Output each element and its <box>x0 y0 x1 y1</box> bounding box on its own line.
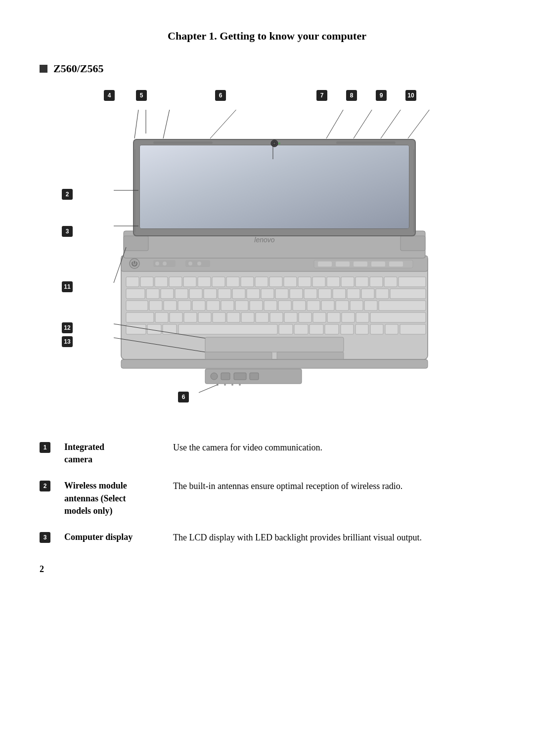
svg-rect-74 <box>170 312 182 322</box>
desc-text-2: The built-in antennas ensure optimal rec… <box>173 480 494 493</box>
svg-rect-17 <box>155 277 168 287</box>
desc-text-3: The LCD display with LED backlight provi… <box>173 531 494 544</box>
svg-rect-28 <box>312 277 325 287</box>
svg-rect-78 <box>227 312 240 322</box>
badge-3: 3 <box>62 226 73 237</box>
svg-rect-63 <box>264 301 277 311</box>
svg-rect-67 <box>321 301 334 311</box>
svg-rect-29 <box>327 277 340 287</box>
badge-label-2: 2 <box>40 481 50 491</box>
svg-rect-104 <box>277 352 344 359</box>
svg-rect-46 <box>290 289 303 299</box>
svg-rect-112 <box>140 145 409 228</box>
svg-rect-101 <box>400 324 426 334</box>
svg-rect-93 <box>279 324 293 334</box>
svg-line-144 <box>199 385 218 393</box>
svg-rect-32 <box>370 277 383 287</box>
svg-rect-119 <box>153 141 213 144</box>
svg-rect-137 <box>221 373 230 380</box>
svg-rect-71 <box>379 301 426 311</box>
svg-rect-20 <box>198 277 211 287</box>
badge-7: 7 <box>316 90 327 101</box>
svg-rect-139 <box>250 373 259 380</box>
svg-rect-11 <box>336 262 350 267</box>
badge-2: 2 <box>62 189 73 200</box>
svg-rect-62 <box>250 301 263 311</box>
svg-point-7 <box>188 262 192 266</box>
svg-rect-16 <box>140 277 153 287</box>
svg-rect-24 <box>255 277 268 287</box>
svg-rect-45 <box>275 289 288 299</box>
svg-rect-44 <box>261 289 274 299</box>
chapter-title: Chapter 1. Getting to know your computer <box>40 30 494 43</box>
desc-row-2: 2 Wireless moduleantennas (Selectmodels … <box>40 480 494 517</box>
svg-rect-41 <box>218 289 231 299</box>
descriptions-section: 1 Integratedcamera Use the camera for vi… <box>40 441 494 544</box>
svg-rect-26 <box>284 277 297 287</box>
svg-rect-42 <box>232 289 245 299</box>
desc-badge-col-1: 1 <box>40 441 64 453</box>
svg-rect-70 <box>364 301 377 311</box>
svg-point-115 <box>273 142 275 144</box>
badge-label-1: 1 <box>40 442 50 453</box>
svg-rect-49 <box>333 289 346 299</box>
svg-rect-86 <box>342 312 355 322</box>
svg-rect-12 <box>354 262 367 267</box>
badge-12: 12 <box>62 322 73 333</box>
svg-rect-27 <box>298 277 311 287</box>
model-title: Z560/Z565 <box>40 62 494 75</box>
svg-line-131 <box>326 110 354 138</box>
svg-rect-120 <box>336 141 396 144</box>
svg-point-118 <box>278 142 280 144</box>
svg-rect-56 <box>164 301 177 311</box>
svg-rect-31 <box>356 277 368 287</box>
svg-rect-72 <box>126 312 154 322</box>
svg-rect-138 <box>234 373 246 380</box>
svg-rect-96 <box>325 324 339 334</box>
svg-rect-47 <box>304 289 317 299</box>
svg-rect-50 <box>347 289 360 299</box>
desc-term-1: Integratedcamera <box>64 441 173 466</box>
svg-rect-105 <box>121 359 428 368</box>
svg-rect-60 <box>221 301 234 311</box>
svg-rect-15 <box>126 277 139 287</box>
svg-rect-68 <box>336 301 349 311</box>
desc-row-1: 1 Integratedcamera Use the camera for vi… <box>40 441 494 466</box>
svg-rect-18 <box>169 277 182 287</box>
svg-rect-77 <box>213 312 225 322</box>
desc-term-2: Wireless moduleantennas (Selectmodels on… <box>64 480 173 517</box>
svg-rect-94 <box>294 324 308 334</box>
svg-rect-21 <box>212 277 225 287</box>
badge-13: 13 <box>62 336 73 347</box>
svg-line-132 <box>354 110 384 138</box>
badge-8: 8 <box>346 90 357 101</box>
laptop-diagram: lenovo <box>77 110 482 406</box>
badge-label-3: 3 <box>40 532 50 543</box>
svg-rect-84 <box>313 312 326 322</box>
svg-rect-76 <box>198 312 211 322</box>
svg-rect-108 <box>124 236 148 251</box>
svg-rect-48 <box>318 289 331 299</box>
svg-rect-23 <box>241 277 254 287</box>
svg-rect-85 <box>327 312 340 322</box>
svg-rect-83 <box>299 312 312 322</box>
badge-6-top: 6 <box>215 90 226 101</box>
svg-line-134 <box>408 110 443 138</box>
svg-rect-95 <box>310 324 323 334</box>
badge-9: 9 <box>376 90 387 101</box>
badge-11: 11 <box>62 281 73 292</box>
svg-point-4 <box>155 262 159 266</box>
svg-point-136 <box>211 373 218 380</box>
svg-rect-87 <box>356 312 369 322</box>
svg-rect-82 <box>284 312 297 322</box>
desc-badge-col-3: 3 <box>40 531 64 543</box>
desc-text-1: Use the camera for video communication. <box>173 441 494 454</box>
svg-rect-34 <box>399 277 426 287</box>
page-number: 2 <box>40 564 494 575</box>
svg-rect-100 <box>385 324 398 334</box>
svg-rect-64 <box>278 301 291 311</box>
svg-rect-109 <box>400 236 425 251</box>
svg-rect-36 <box>146 289 159 299</box>
svg-rect-98 <box>356 324 368 334</box>
svg-point-142 <box>231 384 233 386</box>
